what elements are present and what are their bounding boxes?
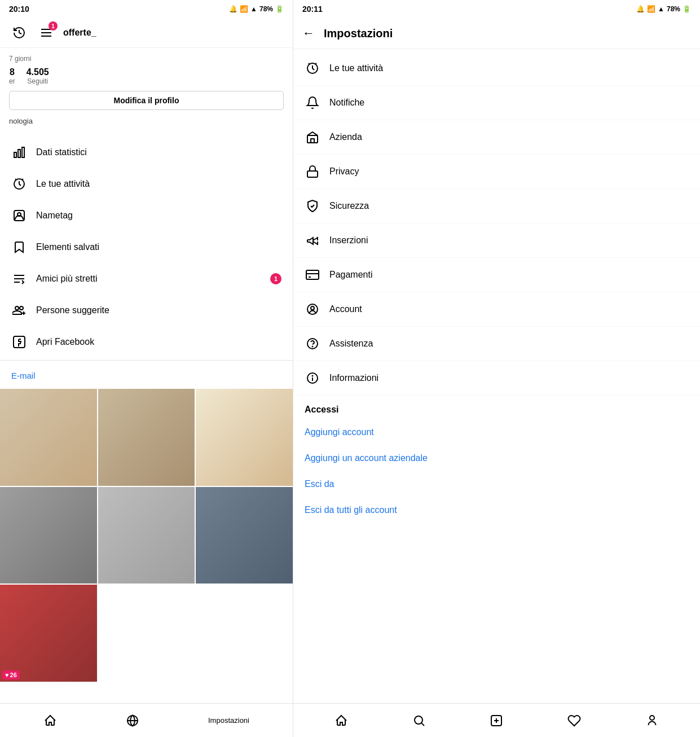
settings-shield-icon (305, 198, 320, 214)
settings-item-informazioni[interactable]: Informazioni (293, 361, 700, 396)
right-header: ← Impostazioni (293, 18, 700, 49)
menu-item-persone-suggerite[interactable]: Persone suggerite (0, 295, 293, 326)
aggiungi-account-aziendale-link[interactable]: Aggiungi un account aziendale (293, 445, 700, 471)
email-link[interactable]: E-mail (11, 371, 36, 380)
settings-label-notifiche: Notifiche (329, 98, 364, 108)
right-panel: 20:11 🔔 📶 ▲ 78% 🔋 ← Impostazioni Le tue … (293, 0, 700, 737)
svg-point-23 (312, 346, 313, 347)
nav-settings-left[interactable]: Impostazioni (208, 716, 249, 725)
settings-list: Le tue attività Notifiche (293, 49, 700, 703)
settings-label-attivita: Le tue attività (329, 63, 383, 73)
nav-heart-right[interactable] (567, 714, 581, 727)
svg-line-28 (421, 723, 424, 725)
svg-rect-15 (311, 139, 314, 143)
image-cell-2 (98, 389, 195, 486)
stats-icon (11, 144, 27, 160)
facebook-icon (11, 334, 27, 350)
settings-item-attivita[interactable]: Le tue attività (293, 51, 700, 86)
divider (0, 360, 293, 361)
settings-lock-icon (305, 164, 320, 179)
settings-label-inserzioni: Inserzioni (329, 235, 368, 245)
menu-item-elementi-salvati[interactable]: Elementi salvati (0, 231, 293, 263)
days-label: 7 giorni (9, 55, 284, 63)
edit-profile-button[interactable]: Modifica il profilo (9, 91, 284, 110)
back-button[interactable]: ← (302, 26, 315, 41)
left-time: 20:10 (9, 5, 29, 14)
settings-nav-label: Impostazioni (208, 716, 249, 725)
settings-item-inserzioni[interactable]: Inserzioni (293, 223, 700, 258)
aggiungi-account-link[interactable]: Aggiungi account (293, 419, 700, 445)
settings-label-informazioni: Informazioni (329, 373, 378, 383)
followers-count: 8 (9, 67, 15, 77)
nav-add-right[interactable] (490, 714, 503, 727)
menu-item-le-tue-attivita[interactable]: Le tue attività (0, 168, 293, 200)
settings-bell-icon (305, 95, 320, 111)
menu-label-facebook: Apri Facebook (36, 337, 94, 347)
history-button[interactable] (9, 23, 29, 43)
left-status-bar: 20:10 🔔 📶 ▲ 78% 🔋 (0, 0, 293, 18)
menu-label-amici: Amici più stretti (36, 274, 97, 284)
bookmark-icon (11, 239, 27, 255)
nametag-icon (11, 208, 27, 223)
bio-text: nologia (9, 117, 284, 125)
image-cell-5 (98, 487, 195, 584)
svg-rect-16 (307, 171, 318, 177)
nav-home-left[interactable] (43, 714, 57, 727)
esci-da-link[interactable]: Esci da (293, 471, 700, 497)
r-notification-icon: 🔔 (636, 5, 645, 13)
menu-label-nametag: Nametag (36, 210, 73, 221)
battery-percent: 78% (259, 5, 273, 13)
right-time: 20:11 (302, 5, 323, 14)
esci-tutti-link[interactable]: Esci da tutti gli account (293, 497, 700, 523)
r-battery-percent: 78% (667, 5, 680, 13)
menu-item-apri-facebook[interactable]: Apri Facebook (0, 326, 293, 358)
right-bottom-nav (293, 703, 700, 737)
r-wifi-icon: 📶 (647, 5, 655, 13)
settings-item-azienda[interactable]: Azienda (293, 120, 700, 155)
menu-item-amici-piu-stretti[interactable]: Amici più stretti 1 (0, 263, 293, 295)
menu-button[interactable]: 1 (36, 23, 56, 43)
nav-search-right[interactable] (412, 714, 426, 727)
settings-info-icon (305, 370, 320, 386)
settings-item-pagamenti[interactable]: Pagamenti (293, 258, 700, 292)
like-badge: ♥26 (2, 670, 20, 679)
settings-label-pagamenti: Pagamenti (329, 270, 373, 280)
menu-item-dati-statistici[interactable]: Dati statistici (0, 137, 293, 168)
settings-activity-icon (305, 60, 320, 76)
settings-item-account[interactable]: Account (293, 292, 700, 327)
settings-megaphone-icon (305, 232, 320, 248)
following-count: 4.505 (27, 67, 49, 77)
add-person-icon (11, 302, 27, 318)
image-cell-7: ♥26 (0, 585, 97, 682)
close-friends-icon (11, 271, 27, 287)
left-panel: 20:10 🔔 📶 ▲ 78% 🔋 1 offerte_ (0, 0, 293, 737)
menu-label-persone: Persone suggerite (36, 305, 109, 315)
svg-rect-4 (18, 150, 20, 157)
wifi-icon: 📶 (240, 5, 248, 13)
left-status-icons: 🔔 📶 ▲ 78% 🔋 (229, 5, 284, 13)
nav-globe-left[interactable] (126, 714, 139, 727)
menu-badge: 1 (49, 21, 58, 30)
settings-item-notifiche[interactable]: Notifiche (293, 86, 700, 120)
left-header: 1 offerte_ (0, 18, 293, 48)
accessi-section-header: Accessi (293, 396, 700, 419)
settings-item-privacy[interactable]: Privacy (293, 155, 700, 189)
nav-profile-right[interactable] (645, 714, 659, 727)
page-title: Impostazioni (324, 27, 393, 40)
settings-item-sicurezza[interactable]: Sicurezza (293, 189, 700, 223)
signal-icon: ▲ (250, 5, 257, 13)
svg-rect-5 (22, 147, 24, 157)
settings-building-icon (305, 129, 320, 145)
settings-item-assistenza[interactable]: Assistenza (293, 327, 700, 361)
right-status-icons: 🔔 📶 ▲ 78% 🔋 (636, 5, 691, 13)
menu-label-salvati: Elementi salvati (36, 242, 99, 252)
nav-home-right[interactable] (334, 714, 348, 727)
image-cell-1 (0, 389, 97, 486)
menu-label-dati-statistici: Dati statistici (36, 147, 87, 157)
r-signal-icon: ▲ (658, 5, 664, 13)
settings-user-circle-icon (305, 301, 320, 317)
menu-item-nametag[interactable]: Nametag (0, 200, 293, 231)
profile-stats: 8 er 4.505 Seguiti (9, 67, 284, 85)
settings-label-azienda: Azienda (329, 132, 362, 142)
settings-label-assistenza: Assistenza (329, 339, 373, 349)
